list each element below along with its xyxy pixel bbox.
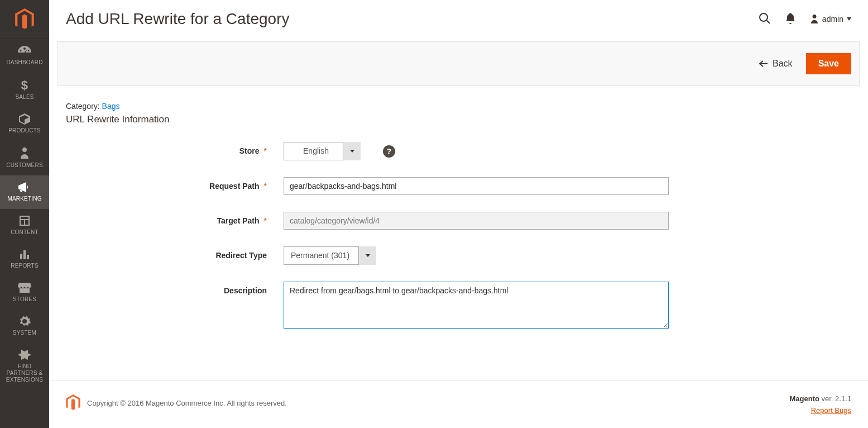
- target-path-input: [284, 212, 669, 230]
- store-select[interactable]: English: [284, 142, 361, 160]
- redirect-type-value: Permanent (301): [284, 246, 376, 265]
- store-label: Store*: [66, 142, 267, 155]
- sidebar-label: STORES: [2, 296, 47, 303]
- sidebar-item-partners[interactable]: FIND PARTNERS & EXTENSIONS: [0, 343, 49, 390]
- category-breadcrumb: Category: Bags: [66, 102, 851, 111]
- section-title: URL Rewrite Information: [66, 114, 851, 125]
- sidebar-item-system[interactable]: SYSTEM: [0, 310, 49, 343]
- store-select-value: English: [284, 142, 361, 160]
- sidebar-item-content[interactable]: CONTENT: [0, 209, 49, 242]
- sidebar-item-marketing[interactable]: MARKETING: [0, 175, 49, 209]
- box-icon: [18, 113, 31, 125]
- search-icon[interactable]: [759, 12, 771, 26]
- notifications-icon[interactable]: [785, 13, 795, 26]
- extensions-icon: [18, 349, 31, 361]
- sidebar-label: DASHBOARD: [2, 59, 47, 66]
- sidebar-label: REPORTS: [2, 263, 47, 269]
- svg-point-1: [760, 13, 768, 21]
- person-icon: [19, 146, 30, 160]
- sidebar-label: CONTENT: [2, 229, 47, 236]
- copyright-text: Copyright © 2016 Magento Commerce Inc. A…: [87, 399, 287, 407]
- redirect-type-select[interactable]: Permanent (301): [284, 246, 376, 265]
- dashboard-icon: [17, 45, 32, 57]
- page-footer: Copyright © 2016 Magento Commerce Inc. A…: [49, 381, 868, 428]
- sidebar-item-customers[interactable]: CUSTOMERS: [0, 141, 49, 175]
- storefront-icon: [18, 282, 31, 294]
- sidebar-item-sales[interactable]: $ SALES: [0, 73, 49, 107]
- magento-logo-icon: [66, 394, 80, 411]
- sidebar-label: PRODUCTS: [2, 127, 47, 134]
- sidebar-item-dashboard[interactable]: DASHBOARD: [0, 39, 49, 73]
- help-tooltip-icon[interactable]: ?: [383, 145, 395, 158]
- bars-icon: [18, 248, 31, 260]
- sidebar-label: CUSTOMERS: [2, 162, 47, 169]
- sidebar-item-reports[interactable]: REPORTS: [0, 242, 49, 276]
- chevron-down-icon: [847, 17, 851, 21]
- account-username: admin: [822, 15, 843, 23]
- sidebar-item-stores[interactable]: STORES: [0, 276, 49, 310]
- sidebar-label: FIND PARTNERS & EXTENSIONS: [2, 363, 47, 383]
- save-button[interactable]: Save: [806, 53, 851, 74]
- back-button[interactable]: Back: [749, 53, 803, 74]
- sidebar-label: MARKETING: [2, 196, 47, 202]
- page-title: Add URL Rewrite for a Category: [66, 10, 289, 28]
- redirect-type-label: Redirect Type: [66, 246, 267, 260]
- sidebar-label: SALES: [2, 94, 47, 101]
- user-icon: [810, 14, 819, 24]
- magento-logo[interactable]: [0, 0, 49, 39]
- sidebar-item-products[interactable]: PRODUCTS: [0, 107, 49, 141]
- account-dropdown[interactable]: admin: [810, 14, 851, 24]
- dollar-icon: $: [18, 78, 31, 92]
- megaphone-icon: [17, 181, 32, 193]
- category-link[interactable]: Bags: [102, 102, 120, 111]
- back-button-label: Back: [773, 59, 793, 69]
- magento-logo-icon: [15, 8, 34, 31]
- gear-icon: [18, 315, 31, 327]
- target-path-label: Target Path*: [66, 212, 267, 225]
- admin-sidebar: DASHBOARD $ SALES PRODUCTS CUSTOMERS MAR…: [0, 0, 49, 428]
- svg-line-2: [766, 20, 770, 23]
- description-textarea[interactable]: [284, 282, 669, 329]
- version-text: Magento ver. 2.1.1: [789, 394, 851, 403]
- svg-text:$: $: [21, 78, 28, 92]
- report-bugs-link[interactable]: Report Bugs: [789, 406, 851, 415]
- page-actions-bar: Back Save: [57, 41, 860, 86]
- category-prefix: Category:: [66, 102, 102, 111]
- sidebar-label: SYSTEM: [2, 330, 47, 336]
- arrow-left-icon: [759, 60, 768, 67]
- request-path-label: Request Path*: [66, 177, 267, 191]
- layout-icon: [18, 215, 31, 227]
- page-header: Add URL Rewrite for a Category admin: [49, 0, 868, 28]
- request-path-input[interactable]: [284, 177, 669, 195]
- description-label: Description: [66, 282, 267, 295]
